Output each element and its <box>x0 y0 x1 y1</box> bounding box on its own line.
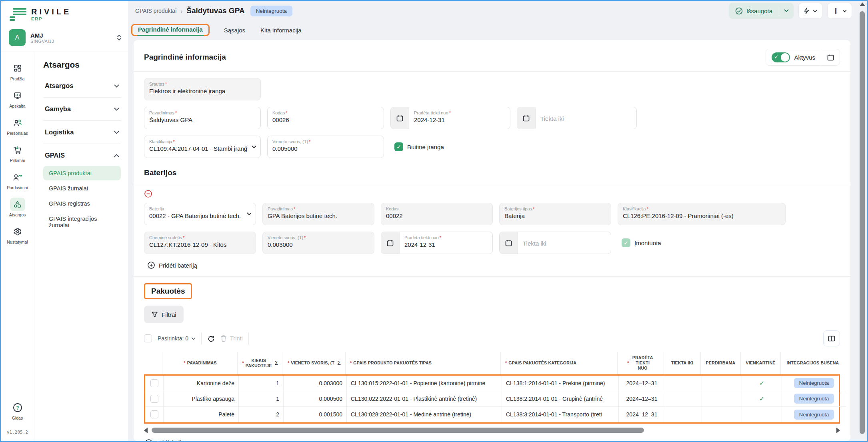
clear-icon[interactable]: ✕ <box>244 144 248 150</box>
table-row[interactable]: Kartoninė dėžė 1 0.003000 CL130:015:2022… <box>145 376 839 391</box>
header-pavadinimas: *PAVADINIMAS <box>162 352 238 374</box>
sidebar-item-gidas[interactable]: ? Gidas <box>3 398 32 423</box>
sum-icon[interactable]: Σ <box>275 360 278 367</box>
row-checkbox[interactable] <box>150 395 158 403</box>
sidebar-item-apskaita[interactable]: Apskaita <box>3 86 32 111</box>
more-options-button[interactable]: ⋮ <box>827 3 852 19</box>
field-vieneto-svoris[interactable]: Vieneto svoris, (T)* 0.005000 <box>267 136 384 158</box>
content-card: Pagrindinė informacija ✓ Aktyvus Srautas… <box>134 40 850 441</box>
sum-icon[interactable]: Σ <box>337 360 341 367</box>
active-toggle-group: ✓ Aktyvus <box>766 49 840 66</box>
field-baterija-tiekta-iki[interactable]: Tiekta iki <box>499 232 611 254</box>
field-kodas[interactable]: Kodas* 00026 <box>267 107 384 129</box>
integration-status-badge: Neintegruota <box>794 394 834 404</box>
row-checkbox[interactable] <box>150 410 158 418</box>
add-battery-button[interactable]: Pridėti bateriją <box>147 261 840 269</box>
add-row-button[interactable]: Pridėti eilutę <box>145 439 233 441</box>
save-split-button[interactable]: Išsaugota <box>729 3 794 19</box>
scroll-left-icon <box>144 428 148 433</box>
sidebar-item-atsargos[interactable]: Atsargos <box>3 195 32 220</box>
checkbox-buitine-iranga[interactable]: ✓ Buitinė įranga <box>394 142 444 151</box>
field-baterija-select[interactable]: Baterija 00022 - GPA Baterijos butinė te… <box>144 203 256 225</box>
menu-hamburger-icon[interactable] <box>10 8 26 21</box>
calendar-icon[interactable] <box>517 107 536 129</box>
status-badge: Neintegruota <box>250 6 292 16</box>
scroll-up-icon <box>860 2 865 6</box>
field-baterija-pradeta[interactable]: Pradėta tiekti nuo* 2024-12-31 <box>381 232 493 254</box>
sidebar-item-pirkimai[interactable]: Pirkimai <box>3 141 32 165</box>
check-icon: ✓ <box>759 380 764 387</box>
calendar-icon[interactable] <box>500 232 518 254</box>
menu-section-gpais[interactable]: GPAIS <box>43 146 121 164</box>
tab-sasajos[interactable]: Sąsajos <box>223 24 246 36</box>
tab-kita-informacija[interactable]: Kita informacija <box>260 24 302 36</box>
sidebar-item-gpais-registras[interactable]: GPAIS registras <box>43 196 121 211</box>
section-title-baterijos: Baterijos <box>144 168 176 177</box>
field-pradeta-tiekti-nuo[interactable]: Pradėta tiekti nuo* 2024-12-31 <box>390 107 510 129</box>
sidebar-item-pardavimai[interactable]: Pardavimai <box>3 168 32 192</box>
column-settings-button[interactable] <box>823 330 840 346</box>
people-icon <box>10 116 25 130</box>
table-toolbar: Pasirinkta: 0 Trinti <box>144 330 840 346</box>
tab-pagrindine-informacija[interactable]: Pagrindinė informacija <box>137 24 204 36</box>
app-window: RIVILE ERP A AMJ SINGVAI13 Pradžia <box>0 0 868 442</box>
user-name: AMJ <box>30 32 54 39</box>
horizontal-scrollbar[interactable] <box>144 428 840 433</box>
save-dropdown-chevron[interactable] <box>779 9 794 12</box>
user-switch-icon[interactable] <box>117 34 122 41</box>
avatar: A <box>9 29 26 46</box>
table-row[interactable]: Paletė 2 0.001500 CL130:028:2022-01-01 -… <box>145 407 839 422</box>
sidebar-item-gpais-integracijos[interactable]: GPAIS integracijos žurnalai <box>43 212 121 232</box>
sidebar-item-personalas[interactable]: Personalas <box>3 114 32 138</box>
breadcrumb-parent[interactable]: GPAIS produktai <box>135 8 176 14</box>
delete-button[interactable]: Trinti <box>220 335 243 342</box>
header-tipas: *GPAIS PRODUKTO PAKUOTĖS TIPAS <box>346 352 501 374</box>
user-company: SINGVAI13 <box>30 39 54 44</box>
trash-icon <box>220 335 227 342</box>
user-switcher[interactable]: A AMJ SINGVAI13 <box>1 25 128 52</box>
sidebar-item-gpais-zurnalai[interactable]: GPAIS žurnalai <box>43 181 121 196</box>
topbar: GPAIS produktai › Šaldytuvas GPA Neinteg… <box>128 1 856 21</box>
home-dashboard-icon <box>10 62 25 75</box>
lightning-icon <box>804 7 810 14</box>
table-header-row: *PAVADINIMAS *KIEKIS PAKUOTEJEΣ *VIENETO… <box>144 352 840 374</box>
calendar-icon[interactable] <box>391 107 409 129</box>
chevron-down-icon <box>247 212 252 216</box>
menu-section-logistika[interactable]: Logistika <box>43 123 121 141</box>
filters-button[interactable]: Filtrai <box>144 306 184 323</box>
calendar-icon[interactable] <box>381 232 400 254</box>
chevron-down-icon <box>191 337 196 340</box>
table-row[interactable]: Plastiko apsauga 1 0.000500 CL130:022:20… <box>145 391 839 407</box>
field-pavadinimas[interactable]: Pavadinimas* Šaldytuvas GPA <box>144 107 261 129</box>
sidebar-item-pradzia[interactable]: Pradžia <box>3 59 32 84</box>
kebab-icon: ⋮ <box>832 7 839 15</box>
horizontal-scroll-thumb[interactable] <box>152 428 644 433</box>
chevron-up-icon <box>114 154 119 157</box>
remove-battery-button[interactable] <box>144 190 840 198</box>
active-toggle-label: Aktyvus <box>794 54 815 61</box>
chevron-down-icon <box>252 145 256 148</box>
vertical-scroll-thumb[interactable] <box>860 11 865 434</box>
sidebar-item-gpais-produktai[interactable]: GPAIS produktai <box>43 166 121 180</box>
annotation-box-table-rows: Kartoninė dėžė 1 0.003000 CL130:015:2022… <box>144 374 840 424</box>
row-checkbox[interactable] <box>150 379 158 387</box>
vertical-scrollbar[interactable] <box>859 2 865 440</box>
calendar-icon <box>827 54 834 61</box>
inventory-shapes-icon <box>10 198 25 211</box>
header-pradeta: *PRADĖTA TIEKTI NUO <box>618 352 664 374</box>
select-all-checkbox[interactable] <box>144 334 152 342</box>
actions-lightning-button[interactable] <box>798 3 822 19</box>
filter-funnel-icon <box>151 311 158 318</box>
active-toggle[interactable]: ✓ <box>772 52 790 62</box>
sidebar-item-nustatymai[interactable]: Nustatymai <box>3 222 32 247</box>
selected-count-dropdown[interactable]: Pasirinkta: 0 <box>158 335 196 342</box>
field-baterija-svoris: Vieneto svoris, (T)* 0.003000 <box>262 232 374 254</box>
field-klasifikacija[interactable]: Klasifikacija* CL109:4A:2017-04-01 - Sta… <box>144 136 261 158</box>
history-calendar-button[interactable] <box>821 49 840 66</box>
field-tiekta-iki[interactable]: Tiekta iki <box>517 107 637 129</box>
app-logo[interactable]: RIVILE ERP <box>1 1 128 25</box>
app-version: v1.205.2 <box>7 426 28 441</box>
refresh-button[interactable] <box>207 335 215 342</box>
menu-section-gamyba[interactable]: Gamyba <box>43 100 121 118</box>
menu-section-atsargos[interactable]: Atsargos <box>43 77 121 95</box>
